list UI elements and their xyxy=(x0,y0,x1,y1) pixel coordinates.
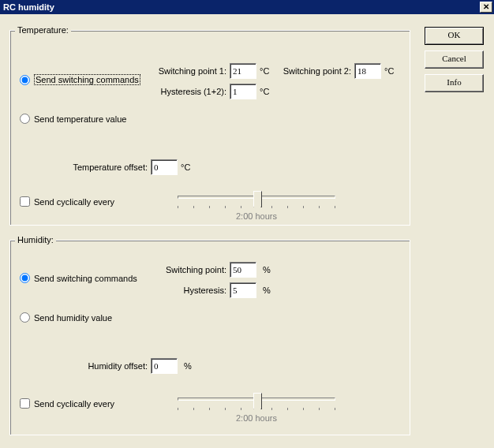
slider-track xyxy=(178,196,335,199)
close-icon[interactable]: ✕ xyxy=(480,2,492,13)
hum-send-value-label: Send humidity value xyxy=(34,313,112,323)
hum-hyst-label: Hysteresis: xyxy=(152,286,226,295)
titlebar: RC humidity ✕ xyxy=(0,0,494,14)
temp-send-value-label: Send temperature value xyxy=(34,114,126,124)
hum-hyst-input[interactable] xyxy=(230,282,256,298)
temp-send-switching-radio[interactable] xyxy=(20,75,30,85)
temp-offset-unit: °C xyxy=(181,162,190,172)
temp-sp2-unit: °C xyxy=(384,66,394,76)
temp-cyclic-label: Send cyclically every xyxy=(34,197,114,207)
temp-sp1-input[interactable] xyxy=(230,63,256,79)
hum-hyst-unit: % xyxy=(263,286,271,295)
window-title: RC humidity xyxy=(2,2,480,12)
temperature-legend: Temperature: xyxy=(15,25,71,35)
temp-sp2-input[interactable] xyxy=(354,63,381,79)
temp-sp1-unit: °C xyxy=(260,66,269,76)
slider-track xyxy=(178,398,335,401)
humidity-legend: Humidity: xyxy=(15,235,56,245)
hum-send-value-radio[interactable] xyxy=(20,312,30,323)
hum-sp-input[interactable] xyxy=(230,262,256,278)
temp-hyst-label: Hysteresis (1+2): xyxy=(152,87,226,96)
hum-slider-value: 2:00 hours xyxy=(178,413,335,423)
cancel-button[interactable]: Cancel xyxy=(425,50,484,69)
humidity-group: Humidity: Send switching commands Switch… xyxy=(9,235,410,435)
hum-offset-unit: % xyxy=(184,361,192,371)
temp-slider-value: 2:00 hours xyxy=(178,211,335,221)
temp-send-switching-label: Send switching commands xyxy=(34,74,140,85)
temp-send-value-radio[interactable] xyxy=(20,114,30,124)
hum-send-switching-radio[interactable] xyxy=(20,273,30,283)
hum-offset-input[interactable] xyxy=(151,358,178,374)
hum-offset-label: Humidity offset: xyxy=(72,361,148,371)
hum-send-switching-label: Send switching commands xyxy=(34,274,137,283)
hum-sp-label: Switching point: xyxy=(152,265,226,274)
slider-thumb[interactable] xyxy=(253,191,262,207)
temp-hyst-unit: °C xyxy=(260,87,269,96)
info-button[interactable]: Info xyxy=(425,74,484,92)
hum-cyclic-slider[interactable]: 2:00 hours xyxy=(178,391,335,423)
slider-thumb[interactable] xyxy=(253,393,262,409)
temp-sp2-label: Switching point 2: xyxy=(277,66,351,76)
temp-cyclic-checkbox[interactable] xyxy=(20,196,30,207)
temp-cyclic-slider[interactable]: 2:00 hours xyxy=(178,189,335,221)
dialog-client: OK Cancel Info Temperature: Send switchi… xyxy=(0,14,494,448)
temp-hyst-input[interactable] xyxy=(230,84,256,99)
temp-offset-label: Temperature offset: xyxy=(72,162,148,172)
hum-cyclic-label: Send cyclically every xyxy=(34,399,114,409)
temp-offset-input[interactable] xyxy=(151,159,178,175)
hum-sp-unit: % xyxy=(263,265,271,274)
temperature-group: Temperature: Send switching commands Swi… xyxy=(9,25,410,226)
temp-sp1-label: Switching point 1: xyxy=(152,66,226,76)
hum-cyclic-checkbox[interactable] xyxy=(20,398,30,409)
ok-button[interactable]: OK xyxy=(425,27,484,45)
